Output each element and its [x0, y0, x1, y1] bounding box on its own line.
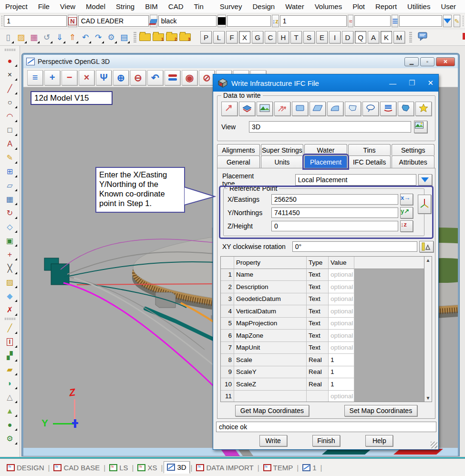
minimize-button[interactable]: ▁	[404, 57, 419, 66]
choose-view-button[interactable]	[414, 121, 427, 133]
lines-button[interactable]: ☰	[392, 15, 398, 27]
menu-user[interactable]: User	[435, 2, 461, 10]
row-number-cell[interactable]: 4	[221, 305, 234, 318]
row-number-cell[interactable]: 11	[221, 391, 234, 403]
field7-input[interactable]	[399, 15, 442, 27]
point-tool-button[interactable]: ●	[3, 55, 17, 67]
restore-button[interactable]: ▫	[420, 57, 434, 66]
colour-input[interactable]	[158, 15, 217, 27]
type-cell[interactable]	[307, 391, 329, 403]
menu-volumes[interactable]: Volumes	[310, 2, 348, 10]
view-tab-3d[interactable]: 3D	[164, 461, 189, 474]
design-pencil-tool-button[interactable]: ▰	[3, 363, 17, 375]
pick-y-button[interactable]: y↗	[400, 207, 413, 218]
view-tab-temp[interactable]: TEMP	[260, 462, 296, 473]
snap-toggle-p[interactable]: P	[200, 31, 212, 43]
tab-tins[interactable]: Tins	[348, 144, 391, 155]
snap-toggle-d[interactable]: D	[342, 31, 353, 43]
polygon-string-button[interactable]	[345, 102, 361, 116]
placement-type-input[interactable]	[295, 174, 416, 186]
property-cell[interactable]: VerticalDatum	[234, 305, 307, 318]
tab-attributes[interactable]: Attributes	[392, 155, 434, 168]
field6-input[interactable]	[354, 15, 391, 27]
value-cell[interactable]: 1	[329, 366, 354, 379]
line-tool-button[interactable]: ╱	[3, 83, 17, 94]
snap-toggle-t[interactable]: T	[290, 31, 302, 43]
view-tab-ls[interactable]: LS	[106, 462, 131, 473]
snap-toggle-s[interactable]: S	[303, 31, 315, 43]
row-number-cell[interactable]: 9	[221, 366, 234, 379]
value-cell[interactable]: 1	[329, 378, 354, 391]
menu-survey[interactable]: Survey	[215, 2, 248, 10]
menu-bim[interactable]: BIM	[140, 2, 163, 10]
property-cell[interactable]: MapProjection	[234, 318, 307, 330]
view-modes-button[interactable]	[165, 70, 180, 85]
pencil-tool-button[interactable]: ✎	[3, 152, 17, 164]
minimize-icon[interactable]: —	[389, 79, 396, 87]
menu-help[interactable]: Help	[461, 2, 465, 10]
dialog-titlebar[interactable]: Write Infrastructure IFC File — ❐ ✕	[213, 74, 438, 92]
weight-input[interactable]	[280, 15, 347, 27]
arc-tool-button[interactable]: ◠	[3, 110, 17, 122]
redo-button[interactable]: ↷	[92, 31, 104, 44]
row-number-cell[interactable]: 8	[221, 354, 234, 366]
zoom-in-button[interactable]: ⊕	[113, 70, 129, 85]
tin-tools-tool-button[interactable]: ◗	[3, 377, 17, 389]
tin-layer-button[interactable]	[150, 15, 157, 27]
snap-toggle-e[interactable]: E	[316, 31, 328, 43]
slope-tool-button[interactable]: ╱	[3, 322, 17, 334]
snap-toggle-q[interactable]: Q	[355, 31, 366, 43]
import-button[interactable]: ⇓	[53, 31, 66, 44]
remove-button[interactable]: −	[62, 70, 77, 85]
view-menu-button[interactable]: ≡	[27, 70, 43, 85]
trim-tool-button[interactable]: ╳	[3, 262, 17, 274]
save-button[interactable]: ▦	[28, 31, 40, 44]
move-tool-button[interactable]: +	[3, 248, 17, 260]
tab-units[interactable]: Units	[261, 155, 304, 168]
close-button[interactable]: ✕	[436, 57, 455, 66]
rotate-tool-button[interactable]: ↻	[3, 207, 17, 219]
add-button[interactable]: +	[44, 70, 60, 85]
row-number-cell[interactable]: 2	[221, 281, 234, 293]
snap-toggle-g[interactable]: G	[252, 31, 263, 43]
type-cell[interactable]: Real	[307, 378, 329, 391]
tab-super-strings[interactable]: Super Strings	[261, 144, 304, 155]
new-file-button[interactable]: ▯	[2, 31, 14, 44]
type-cell[interactable]: Real	[307, 354, 329, 366]
value-cell[interactable]: optional	[329, 330, 354, 342]
value-cell[interactable]: optional	[329, 293, 354, 306]
property-cell[interactable]: ScaleZ	[234, 378, 307, 391]
image-tool-button[interactable]: ▣	[3, 235, 17, 247]
viewport-titlebar[interactable]: Perspective OpenGL 3D ▁ ▫ ✕	[23, 55, 458, 68]
view-button[interactable]	[257, 102, 273, 116]
view-tab-1[interactable]: 1	[300, 462, 319, 473]
property-cell[interactable]	[234, 391, 307, 403]
text-tool-button[interactable]: A	[3, 138, 17, 150]
value-cell[interactable]: optional	[329, 269, 354, 281]
model-folder-button-1[interactable]	[139, 33, 151, 41]
insert-box-tool-button[interactable]: I	[3, 336, 17, 348]
property-cell[interactable]: GeodeticDatum	[234, 293, 307, 306]
property-cell[interactable]: Scale	[234, 354, 307, 366]
property-cell[interactable]: MapUnit	[234, 342, 307, 354]
menu-water[interactable]: Water	[280, 2, 309, 10]
value-cell[interactable]: optional	[329, 281, 354, 293]
string-number-input[interactable]	[4, 15, 67, 27]
z-height-input[interactable]	[271, 221, 398, 231]
row-number-cell[interactable]: 5	[221, 318, 234, 330]
scroll-up-icon[interactable]: ▲	[426, 258, 431, 263]
type-cell[interactable]: Real	[307, 366, 329, 379]
menu-report[interactable]: Report	[370, 2, 402, 10]
type-cell[interactable]: Text	[307, 269, 329, 281]
snap-toggle-x[interactable]: X	[239, 31, 250, 43]
write-button[interactable]: Write	[259, 435, 287, 446]
settings-gear-button[interactable]: ⚙	[105, 31, 117, 44]
undo-view-button[interactable]: ↶	[147, 70, 163, 85]
super-tin-button[interactable]	[380, 102, 396, 116]
row-number-cell[interactable]: 10	[221, 378, 234, 391]
polygon-tool-button[interactable]: ◆	[3, 290, 17, 302]
symbol-tool-button[interactable]: ⊞	[3, 166, 17, 177]
rotation-input[interactable]	[292, 241, 417, 252]
menu-model[interactable]: Model	[81, 2, 111, 10]
grid-tool-button[interactable]: ▦	[3, 193, 17, 205]
